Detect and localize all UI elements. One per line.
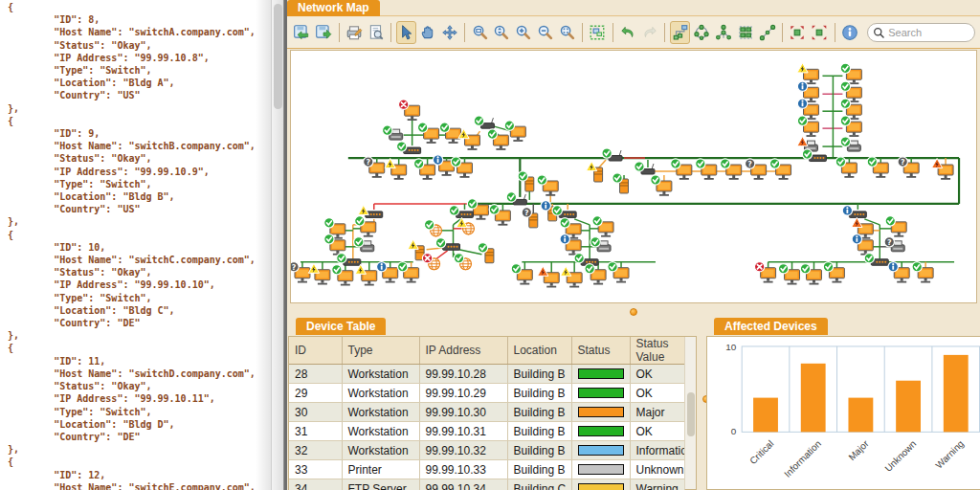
undo-button[interactable]	[618, 21, 638, 44]
column-header[interactable]: Location	[507, 337, 571, 365]
map-node-switch[interactable]	[358, 205, 383, 217]
map-node-workstation[interactable]	[888, 262, 909, 283]
map-node-printer[interactable]	[590, 237, 611, 252]
overview-button[interactable]	[588, 21, 608, 44]
zoom-fit-button[interactable]	[557, 21, 577, 44]
table-row[interactable]: 33Printer99.99.10.33Building BUnknown	[289, 460, 684, 479]
layout-symmetric-button[interactable]	[714, 21, 734, 44]
search-box[interactable]	[867, 23, 975, 42]
map-node-workstation[interactable]	[332, 265, 353, 286]
map-node-workstation[interactable]	[608, 262, 629, 283]
map-node-workstation[interactable]	[561, 266, 583, 287]
map-node-workstation[interactable]	[823, 262, 844, 283]
layout-grid-button[interactable]	[736, 21, 756, 44]
map-node-workstation[interactable]	[489, 205, 510, 226]
map-node-workstation[interactable]	[308, 263, 330, 284]
table-row[interactable]: 32Workstation99.99.10.32Building BInform…	[289, 441, 684, 460]
map-node-switch[interactable]	[552, 206, 576, 218]
tab-device-table[interactable]: Device Table	[296, 318, 386, 335]
table-row[interactable]: 29Workstation99.99.10.29Building BOK	[289, 384, 684, 403]
map-node-workstation[interactable]	[696, 159, 717, 180]
print-button[interactable]	[344, 21, 364, 44]
network-map-canvas[interactable]: ??????	[290, 50, 977, 303]
map-node-workstation[interactable]	[932, 158, 954, 179]
map-node-workstation[interactable]	[385, 158, 407, 179]
column-header[interactable]: ID	[289, 337, 342, 365]
map-node-workstation[interactable]	[840, 63, 861, 84]
map-node-workstation[interactable]	[413, 159, 434, 180]
map-node-server[interactable]	[478, 243, 494, 263]
zoom-sel-button[interactable]	[492, 21, 512, 44]
map-node-workstation[interactable]: ?	[898, 157, 919, 178]
column-header[interactable]: Status	[571, 337, 630, 365]
map-node-workstation[interactable]	[835, 157, 857, 178]
zoom-box-button[interactable]	[470, 21, 490, 44]
map-node-workstation[interactable]	[355, 216, 376, 237]
pan-button[interactable]	[418, 21, 438, 44]
zoom-in-button[interactable]	[514, 21, 534, 44]
map-node-workstation[interactable]: ?	[745, 159, 766, 180]
map-node-webserver[interactable]	[422, 254, 439, 270]
map-node-workstation[interactable]	[377, 262, 398, 283]
column-header[interactable]: IP Address	[419, 337, 507, 365]
map-node-workstation[interactable]	[721, 159, 742, 180]
map-node-workstation[interactable]	[398, 100, 419, 121]
map-node-workstation[interactable]	[769, 159, 791, 180]
json-source-panel[interactable]: { "ID": 8, "Host Name": "switchA.company…	[0, 0, 283, 490]
device-table-scrollbar[interactable]	[684, 337, 696, 489]
map-node-workstation[interactable]	[867, 157, 888, 178]
map-node-workstation[interactable]	[671, 159, 692, 180]
collapse-button[interactable]	[788, 21, 808, 44]
map-node-server[interactable]: ?	[522, 208, 538, 228]
layout-circular-button[interactable]	[692, 21, 712, 44]
map-node-workstation[interactable]: ?	[291, 262, 310, 283]
map-node-workstation[interactable]	[537, 175, 558, 196]
map-node-workstation[interactable]	[355, 264, 377, 285]
column-header[interactable]: Status Value	[630, 337, 684, 365]
map-node-workstation[interactable]	[417, 122, 438, 144]
map-node-router[interactable]	[474, 116, 494, 128]
map-node-switch[interactable]	[396, 142, 420, 154]
map-node-server[interactable]	[587, 161, 603, 182]
map-node-workstation[interactable]	[397, 262, 418, 283]
map-node-workstation[interactable]	[912, 262, 933, 283]
map-node-webserver[interactable]	[454, 254, 471, 270]
select-button[interactable]	[396, 21, 416, 44]
column-header[interactable]: Type	[342, 337, 419, 365]
map-node-webserver[interactable]	[424, 220, 441, 236]
table-row[interactable]: 34FTP Server99.99.10.34Building CWarning	[289, 479, 684, 490]
map-node-printer[interactable]	[383, 125, 403, 140]
table-row[interactable]: 30Workstation99.99.10.30Building BMajor	[289, 403, 684, 422]
fit-button[interactable]	[440, 21, 460, 44]
map-node-workstation[interactable]	[885, 216, 906, 237]
map-node-switch[interactable]	[842, 206, 866, 218]
export-button[interactable]	[314, 21, 334, 44]
map-node-workstation[interactable]	[585, 264, 606, 285]
map-node-switch[interactable]	[864, 254, 888, 266]
map-node-workstation[interactable]	[487, 129, 508, 150]
device-table-scrollbar-thumb[interactable]	[687, 392, 695, 436]
map-node-workstation[interactable]	[797, 63, 819, 84]
map-node-server[interactable]	[408, 239, 424, 260]
map-node-workstation[interactable]	[511, 264, 532, 285]
tab-affected-devices[interactable]: Affected Devices	[714, 318, 828, 335]
map-node-server[interactable]	[612, 173, 629, 193]
map-node-workstation[interactable]	[651, 175, 672, 196]
json-panel-scrollbar-thumb[interactable]	[274, 4, 282, 109]
map-node-workstation[interactable]	[538, 266, 560, 287]
layout-hier-button[interactable]	[670, 21, 690, 44]
search-input[interactable]	[888, 27, 974, 38]
map-node-workstation[interactable]	[458, 129, 480, 150]
map-node-workstation[interactable]	[754, 262, 775, 283]
table-row[interactable]: 28Workstation99.99.10.28Building BOK	[289, 365, 684, 384]
save-button[interactable]	[292, 21, 312, 44]
zoom-out-button[interactable]	[536, 21, 556, 44]
info-button[interactable]	[839, 21, 859, 44]
map-node-workstation[interactable]	[800, 264, 821, 285]
splitter-handle-horizontal[interactable]	[630, 308, 637, 316]
table-row[interactable]: 31Workstation99.99.10.31Building BOK	[289, 422, 684, 441]
map-node-workstation[interactable]	[439, 122, 460, 144]
map-node-workstation[interactable]	[592, 216, 613, 237]
preview-button[interactable]	[366, 21, 386, 44]
map-node-switch[interactable]	[337, 254, 361, 266]
